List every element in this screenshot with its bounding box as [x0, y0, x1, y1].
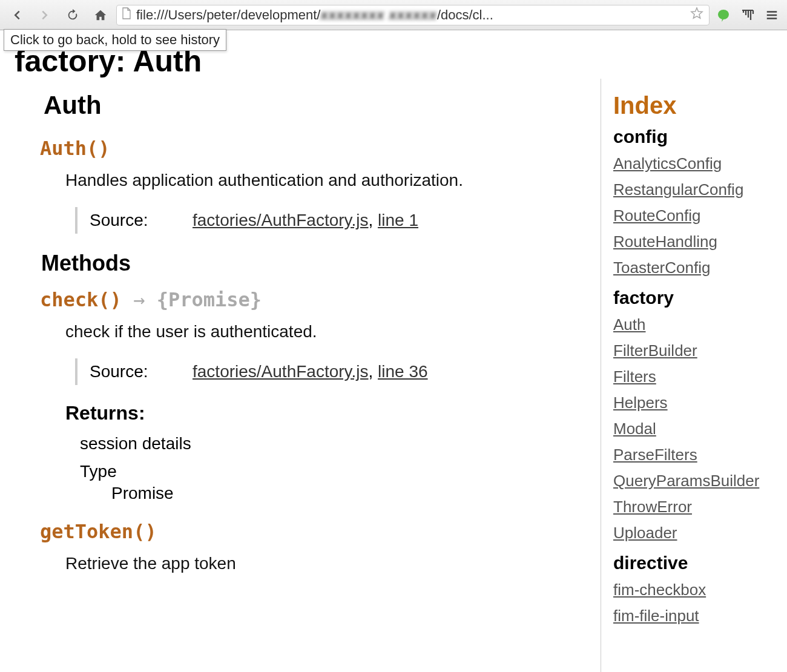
method-signature: check() → {Promise}: [40, 288, 586, 311]
back-button[interactable]: [5, 5, 29, 25]
arrow-right-icon: [38, 8, 51, 22]
index-item: ThrowError: [613, 494, 775, 520]
index-link-auth[interactable]: Auth: [613, 312, 775, 338]
forward-button[interactable]: [33, 5, 57, 25]
index-link-filterbuilder[interactable]: FilterBuilder: [613, 338, 775, 364]
index-title: Index: [613, 92, 775, 119]
index-item: QueryParamsBuilder: [613, 468, 775, 494]
index-link-fim-checkbox[interactable]: fim-checkbox: [613, 577, 775, 603]
reload-icon: [66, 8, 79, 22]
methods-heading: Methods: [41, 251, 586, 276]
index-link-restangularconfig[interactable]: RestangularConfig: [613, 177, 775, 203]
menu-button[interactable]: [762, 5, 782, 25]
index-item: fim-checkbox: [613, 577, 775, 603]
source-line-link[interactable]: line 1: [378, 211, 418, 229]
hamburger-icon: [765, 8, 779, 22]
class-heading: Auth: [44, 91, 586, 120]
constructor-signature: Auth(): [40, 137, 586, 160]
source-label: Source:: [90, 362, 193, 381]
reload-button[interactable]: [61, 5, 85, 25]
constructor-description: Handles application authentication and a…: [65, 171, 586, 190]
index-item: RestangularConfig: [613, 177, 775, 203]
index-item: ParseFilters: [613, 442, 775, 468]
index-link-analyticsconfig[interactable]: AnalyticsConfig: [613, 151, 775, 177]
index-item: Auth: [613, 312, 775, 338]
returns-type-value: Promise: [111, 484, 586, 503]
index-category-directive: directive: [613, 553, 775, 573]
constructor-source: Source: factories/AuthFactory.js, line 1: [75, 207, 586, 234]
extension-green-icon[interactable]: [713, 5, 734, 25]
index-link-uploader[interactable]: Uploader: [613, 520, 775, 546]
method-description: Retrieve the app token: [65, 554, 586, 573]
index-item: RouteConfig: [613, 203, 775, 229]
svg-point-0: [718, 10, 729, 19]
returns-description: session details: [80, 434, 586, 453]
arrow-left-icon: [10, 8, 24, 22]
address-bar[interactable]: file:///Users/peter/development/xxxxxxxx…: [116, 5, 710, 25]
bookmark-star-icon[interactable]: [690, 6, 704, 24]
main-content: factory: Auth Auth Auth() Handles applic…: [0, 30, 601, 672]
home-button[interactable]: [88, 5, 113, 25]
index-link-parsefilters[interactable]: ParseFilters: [613, 442, 775, 468]
source-file-link[interactable]: factories/AuthFactory.js: [193, 362, 368, 381]
index-link-helpers[interactable]: Helpers: [613, 390, 775, 416]
index-item: FilterBuilder: [613, 338, 775, 364]
index-link-throwerror[interactable]: ThrowError: [613, 494, 775, 520]
returns-heading: Returns:: [65, 402, 586, 424]
home-icon: [94, 8, 107, 22]
index-sidebar: Index configAnalyticsConfigRestangularCo…: [601, 79, 787, 672]
index-item: fim-file-input: [613, 603, 775, 629]
index-link-toasterconfig[interactable]: ToasterConfig: [613, 255, 775, 281]
page-icon: [122, 7, 131, 22]
index-link-modal[interactable]: Modal: [613, 416, 775, 442]
index-category-config: config: [613, 127, 775, 147]
index-link-routehandling[interactable]: RouteHandling: [613, 229, 775, 255]
back-button-tooltip: Click to go back, hold to see history: [4, 29, 226, 51]
browser-toolbar: file:///Users/peter/development/xxxxxxxx…: [0, 0, 787, 30]
index-item: RouteHandling: [613, 229, 775, 255]
index-link-routeconfig[interactable]: RouteConfig: [613, 203, 775, 229]
index-item: Modal: [613, 416, 775, 442]
extension-signal-icon[interactable]: [737, 5, 758, 25]
method-description: check if the user is authenticated.: [65, 322, 586, 341]
index-item: Filters: [613, 364, 775, 390]
source-line-link[interactable]: line 36: [378, 362, 428, 381]
index-category-factory: factory: [613, 288, 775, 308]
returns-type-label: Type: [80, 462, 586, 481]
method-source: Source: factories/AuthFactory.js, line 3…: [75, 358, 586, 385]
source-label: Source:: [90, 211, 193, 230]
index-link-fim-file-input[interactable]: fim-file-input: [613, 603, 775, 629]
index-link-filters[interactable]: Filters: [613, 364, 775, 390]
method-signature: getToken(): [40, 520, 586, 543]
index-item: Uploader: [613, 520, 775, 546]
index-item: Helpers: [613, 390, 775, 416]
index-link-queryparamsbuilder[interactable]: QueryParamsBuilder: [613, 468, 775, 494]
index-item: ToasterConfig: [613, 255, 775, 281]
index-item: AnalyticsConfig: [613, 151, 775, 177]
source-file-link[interactable]: factories/AuthFactory.js: [193, 211, 368, 229]
url-text: file:///Users/peter/development/xxxxxxxx…: [136, 7, 685, 23]
